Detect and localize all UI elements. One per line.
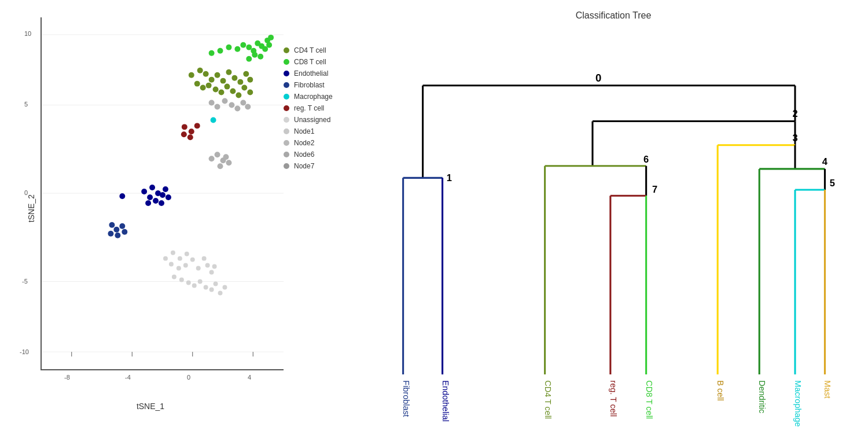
svg-point-43 xyxy=(252,52,258,58)
y-tick-0: 0 xyxy=(24,189,28,196)
svg-point-62 xyxy=(223,154,229,160)
legend-item-cd8t: CD8 T cell xyxy=(284,58,359,66)
svg-point-83 xyxy=(171,251,175,255)
svg-point-25 xyxy=(224,84,230,90)
legend-dot-cd8t xyxy=(284,59,289,65)
svg-point-21 xyxy=(200,85,206,91)
svg-point-102 xyxy=(214,281,218,286)
svg-point-47 xyxy=(215,104,220,110)
svg-point-55 xyxy=(194,123,200,128)
svg-point-98 xyxy=(192,283,197,288)
svg-point-86 xyxy=(169,262,174,267)
legend-item-regt: reg. T cell xyxy=(284,104,359,112)
svg-point-74 xyxy=(159,200,164,206)
y-tick-n5: -5 xyxy=(22,278,28,285)
svg-point-22 xyxy=(206,83,212,89)
legend-label-node1: Node1 xyxy=(294,127,314,135)
leaf-label-mast: Mast xyxy=(823,380,832,398)
svg-point-52 xyxy=(245,104,251,110)
svg-point-99 xyxy=(198,279,203,284)
svg-point-66 xyxy=(149,185,155,190)
node-label-0: 0 xyxy=(595,72,601,84)
svg-point-85 xyxy=(185,252,189,256)
tsne-panel: tSNE_2 xyxy=(0,0,359,434)
legend-label-unassigned: Unassigned xyxy=(294,116,330,124)
svg-point-24 xyxy=(219,90,225,95)
svg-point-44 xyxy=(258,54,263,60)
svg-point-71 xyxy=(163,186,168,192)
svg-point-58 xyxy=(209,156,215,161)
svg-point-23 xyxy=(213,87,219,93)
legend-item-endothelial: Endothelial xyxy=(284,69,359,78)
svg-point-78 xyxy=(119,223,125,229)
y-tick-10: 10 xyxy=(24,30,31,37)
svg-point-13 xyxy=(215,72,220,78)
node-label-6: 6 xyxy=(643,154,649,164)
svg-point-94 xyxy=(212,264,217,269)
svg-point-9 xyxy=(189,72,194,78)
svg-point-54 xyxy=(189,128,194,134)
legend-label-node7: Node7 xyxy=(294,162,314,170)
leaf-label-bcell: B cell xyxy=(716,380,725,400)
x-tick-0: 0 xyxy=(187,374,190,381)
svg-point-95 xyxy=(172,275,176,279)
svg-point-51 xyxy=(240,100,246,106)
svg-point-48 xyxy=(222,98,228,104)
svg-point-91 xyxy=(202,256,207,261)
svg-point-77 xyxy=(113,227,119,233)
svg-point-42 xyxy=(268,35,274,41)
svg-point-18 xyxy=(243,71,249,77)
svg-point-68 xyxy=(147,194,153,200)
svg-point-11 xyxy=(203,71,209,77)
svg-point-103 xyxy=(218,290,223,295)
y-tick-n10: -10 xyxy=(20,348,29,355)
tsne-plot-container: tSNE_2 xyxy=(17,12,330,405)
node-label-3: 3 xyxy=(792,133,797,143)
svg-point-34 xyxy=(240,42,246,48)
svg-point-65 xyxy=(141,189,147,194)
x-axis-label: tSNE_1 xyxy=(137,402,164,411)
svg-point-15 xyxy=(226,69,231,75)
svg-point-45 xyxy=(246,56,252,62)
legend-label-regt: reg. T cell xyxy=(294,104,324,112)
svg-point-12 xyxy=(209,77,215,83)
svg-point-10 xyxy=(197,68,203,73)
svg-point-63 xyxy=(226,160,231,165)
svg-point-101 xyxy=(209,287,214,292)
legend-dot-node6 xyxy=(284,152,289,157)
leaf-label-dendritic: Dendritic xyxy=(757,380,767,413)
tsne-svg xyxy=(42,17,284,369)
svg-point-20 xyxy=(194,81,200,87)
svg-point-53 xyxy=(182,124,187,130)
legend-item-node1: Node1 xyxy=(284,127,359,135)
svg-point-90 xyxy=(196,266,201,271)
legend: CD4 T cell CD8 T cell Endothelial Fibrob… xyxy=(284,46,359,174)
svg-point-97 xyxy=(186,281,191,285)
legend-item-cd4t: CD4 T cell xyxy=(284,46,359,54)
legend-label-fibroblast: Fibroblast xyxy=(294,81,325,89)
svg-point-59 xyxy=(215,152,220,157)
svg-point-79 xyxy=(108,231,113,237)
svg-point-64 xyxy=(211,117,216,123)
node-label-5: 5 xyxy=(830,178,835,188)
svg-point-19 xyxy=(247,77,253,83)
leaf-label-macrophage: Macrophage xyxy=(793,380,803,426)
leaf-label-cd8t: CD8 T cell xyxy=(645,380,654,419)
legend-label-macrophage: Macrophage xyxy=(294,93,333,101)
legend-dot-unassigned xyxy=(284,117,289,123)
svg-point-88 xyxy=(183,263,188,268)
svg-point-82 xyxy=(163,256,168,261)
svg-point-50 xyxy=(234,105,240,111)
svg-point-49 xyxy=(229,102,234,108)
leaf-label-regt: reg. T cell xyxy=(609,380,618,417)
svg-point-73 xyxy=(145,200,151,206)
svg-point-33 xyxy=(234,46,240,52)
legend-dot-regt xyxy=(284,105,289,111)
svg-point-17 xyxy=(237,79,243,85)
y-axis-label: tSNE_2 xyxy=(27,194,36,222)
svg-point-26 xyxy=(230,89,236,94)
x-tick-4: 4 xyxy=(248,374,251,381)
svg-point-89 xyxy=(190,258,195,262)
svg-point-80 xyxy=(115,233,120,238)
legend-dot-node7 xyxy=(284,163,289,169)
